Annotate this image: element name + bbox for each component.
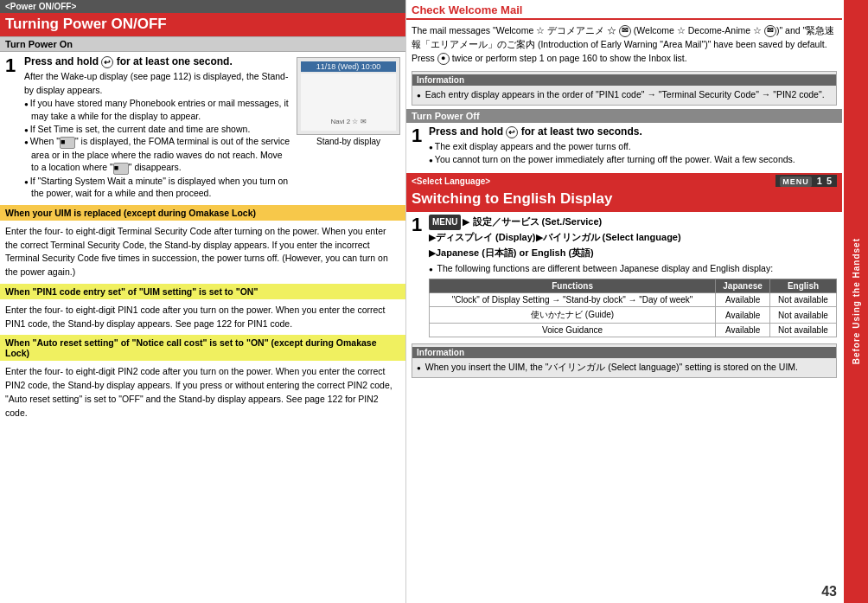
switching-title-text: Switching to English Display [412,190,612,207]
step-1-lang-content: MENU▶ 設定／サービス (Set./Service) ▶ディスプレイ (Di… [429,215,837,337]
pin1-box-text: Enter the four- to eight-digit PIN1 code… [0,301,405,334]
table-cell-func-1: "Clock" of Display Setting → "Stand-by c… [430,293,716,307]
power-button-icon: ↩ [101,56,113,68]
page-number-text: 43 [821,584,837,599]
standby-caption: Stand-by display [316,137,380,146]
info-1-bullet: Each entry display appears in the order … [417,88,832,102]
uim-box-title: When your UIM is replaced (except during… [5,208,256,218]
mail-icon-small: ✉ [619,25,631,37]
pin1-box-title: When "PIN1 code entry set" of "UIM setti… [5,286,258,297]
pin1-box: When "PIN1 code entry set" of "UIM setti… [0,284,405,299]
lang-line-2: ▶ディスプレイ (Display)▶バイリンガル (Select languag… [429,230,837,246]
select-language-section: <Select Language> MENU 1 5 Switching to … [406,173,842,378]
menu-numbers-text: 1 5 [817,176,833,186]
info-box-1-header: Information [412,74,836,86]
table-header-functions: Functions [430,279,716,293]
info-box-1: Information Each entry display appears i… [412,71,837,106]
right-inner: Check Welcome Mail The mail messages "We… [406,0,868,378]
navi-icons: Navi 2 ☆ ✉ [330,118,366,125]
table-cell-en-2: Not available [770,307,837,324]
table-row: "Clock" of Display Setting → "Stand-by c… [430,293,837,307]
turn-power-off-label: Turn Power Off [412,111,480,121]
check-welcome-title-text: Check Welcome Mail [412,3,522,16]
table-cell-jp-1: Available [716,293,770,307]
standby-screen-body: Navi 2 ☆ ✉ [301,74,396,131]
info-1-header-text: Information [417,75,464,85]
uim-box: When your UIM is replaced (except during… [0,205,405,221]
auto-reset-box-text: Enter the four- to eight-digit PIN2 code… [0,362,405,422]
lang-line-3: ▶Japanese (日本語) or English (英語) [429,246,837,261]
step-1-lang-block: 1 MENU▶ 設定／サービス (Set./Service) ▶ディスプレイ (… [406,212,842,340]
step-1-off-block: 1 Press and hold ↩ for at least two seco… [406,123,842,168]
step-1-off-number: 1 [412,125,425,165]
table-cell-jp-2: Available [716,307,770,324]
right-column: Check Welcome Mail The mail messages "We… [406,0,868,603]
step-1-body: After the Wake-up display (see page 112)… [24,70,291,200]
auto-reset-text-content: Enter the four- to eight-digit PIN2 code… [5,366,393,417]
info-2-bullet-text: When you insert the UIM, the "バイリンガル (Se… [425,362,798,372]
step-1-content: Press and hold ↩ for at least one second… [24,55,291,200]
step-1-off-content: Press and hold ↩ for at least two second… [429,125,837,165]
table-cell-en-3: Not available [770,324,837,337]
turn-power-on-header: Turn Power On [0,36,405,52]
language-table: Functions Japanese English "Clock" of Di… [429,279,837,337]
info-box-2: Information When you insert the UIM, the… [412,343,837,378]
switching-title: Switching to English Display [406,189,842,212]
off-bullet-1: The exit display appears and the power t… [429,140,837,153]
main-title-text: Turning Power ON/OFF [5,16,167,32]
info-1-bullet-text: Each entry display appears in the order … [425,89,825,99]
uim-box-text: Enter the four- to eight-digit Terminal … [0,222,405,282]
step-1-lang-number: 1 [412,215,425,337]
table-header-japanese: Japanese [716,279,770,293]
table-cell-func-2: 使いかたナビ (Guide) [430,307,716,324]
menu-icon: MENU [429,215,461,230]
lang-bullet: The following functions are different be… [429,262,837,275]
bullet-1: If you have stored many Phonebook entrie… [24,97,291,122]
info-2-bullet: When you insert the UIM, the "バイリンガル (Se… [417,361,832,375]
turn-power-on-label: Turn Power On [5,39,73,49]
select-lang-header: <Select Language> MENU 1 5 [406,173,842,189]
standby-screen-top: 11/18 (Wed) 10:00 [301,61,396,72]
check-welcome-body: The mail messages "Welcome ☆ デコメアニメ ☆ ✉ … [406,22,842,67]
standby-display-image: 11/18 (Wed) 10:00 Navi 2 ☆ ✉ [297,57,400,135]
lang-line-1: MENU▶ 設定／サービス (Set./Service) [429,215,837,230]
step-1-off-body: The exit display appears and the power t… [429,140,837,165]
bullet-4: If "Starting System Wait a minute" is di… [24,175,291,200]
breadcrumb-left: <Power ON/OFF> [0,0,405,13]
step-1-off-title: Press and hold ↩ for at least two second… [429,125,837,138]
side-tab: Before Using the Handset [844,0,868,603]
info-box-2-header: Information [412,347,836,358]
side-tab-text: Before Using the Handset [852,238,861,364]
select-lang-breadcrumb: <Select Language> [412,176,490,186]
table-cell-jp-3: Available [716,324,770,337]
off-bullet-2: You cannot turn on the power immediately… [429,153,837,166]
step-1-number: 1 [5,55,19,200]
table-row: Voice Guidance Available Not available [430,324,837,337]
menu-numbers-badge: MENU 1 5 [775,175,837,187]
check-welcome-title: Check Welcome Mail [406,0,842,20]
step-1-title: Press and hold ↩ for at least one second… [24,55,291,68]
turn-power-off-header: Turn Power Off [406,109,842,123]
uim-text-content: Enter the four- to eight-digit Terminal … [5,226,388,277]
info-2-header-text: Information [417,348,464,357]
auto-reset-box: When "Auto reset setting" of "Notice cal… [0,335,405,361]
table-header-english: English [770,279,837,293]
table-cell-en-1: Not available [770,293,837,307]
page-number: 43 [821,584,837,600]
standby-display-container: 11/18 (Wed) 10:00 Navi 2 ☆ ✉ Stand-by di… [297,57,400,200]
table-cell-func-3: Voice Guidance [430,324,716,337]
main-title: Turning Power ON/OFF [0,13,405,36]
table-row: 使いかたナビ (Guide) Available Not available [430,307,837,324]
left-column: <Power ON/OFF> Turning Power ON/OFF Turn… [0,0,406,603]
bullet-2: If Set Time is set, the current date and… [24,123,291,136]
power-btn-off: ↩ [506,126,518,138]
step-1-block: 1 Press and hold ↩ for at least one seco… [0,52,405,203]
mail-icon-small2: ✉ [764,25,776,37]
pin1-text-content: Enter the four- to eight-digit PIN1 code… [5,305,386,329]
breadcrumb-text: <Power ON/OFF> [5,2,76,11]
auto-reset-box-title: When "Auto reset setting" of "Notice cal… [5,337,377,358]
circle-btn: ● [437,53,450,65]
bullet-3: When "■" is displayed, the FOMA terminal… [24,135,291,174]
